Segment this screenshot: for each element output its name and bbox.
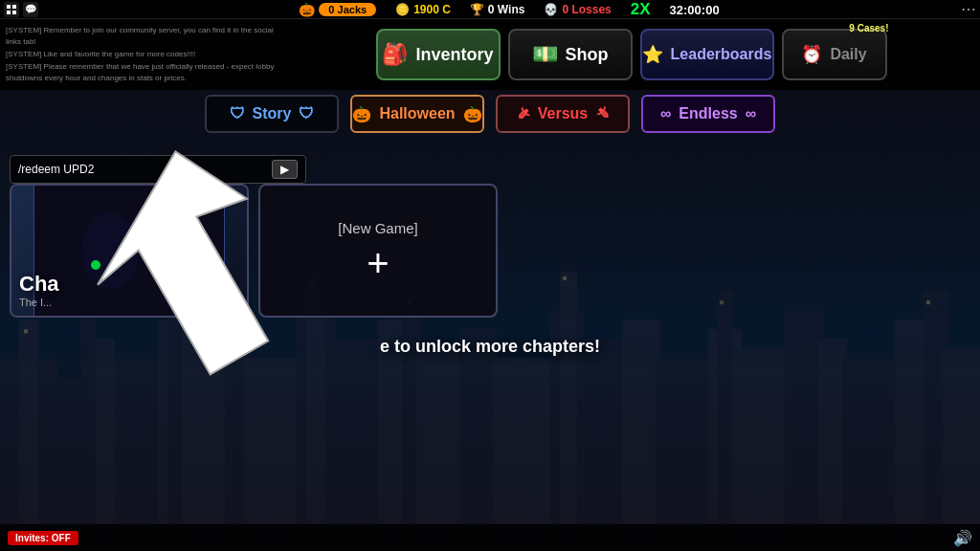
sword-left-icon: 🗡 — [511, 102, 534, 125]
coins-value: 1900 C — [413, 3, 451, 16]
halloween-tab[interactable]: 🎃 Halloween 🎃 — [350, 95, 484, 133]
chat-area: ▶ — [10, 155, 306, 184]
command-input[interactable] — [18, 163, 264, 176]
header: 💬 🎃 0 Jacks 🪙 1900 C 🏆 0 Wins 💀 0 Losses — [0, 0, 980, 90]
nav-buttons: 🎒 Inventory 💵 Shop ⭐ Leaderboards ⏰ Dail… — [282, 19, 980, 90]
cards-area: Cha The I... [New Game] + — [10, 184, 498, 318]
trophy-icon: 🏆 — [470, 3, 484, 16]
window-controls-row: 💬 🎃 0 Jacks 🪙 1900 C 🏆 0 Wins 💀 0 Losses — [0, 0, 980, 19]
system-msg-2: [SYSTEM] Like and favorite the game for … — [6, 49, 277, 60]
volume-icon[interactable]: 🔊 — [953, 529, 972, 547]
story-tab[interactable]: 🛡 Story 🛡 — [205, 95, 339, 133]
timer-stat: 32:00:00 — [670, 1, 720, 18]
unlock-text: e to unlock more chapters! — [0, 337, 980, 357]
system-messages: [SYSTEM] Remember to join our community … — [0, 21, 282, 88]
timer-value: 32:00:00 — [670, 3, 720, 17]
shop-icon: 💵 — [532, 42, 558, 67]
jacks-value: 0 Jacks — [319, 3, 376, 16]
multiplier-stat: 2X — [631, 0, 651, 19]
coin-icon: 🪙 — [395, 3, 410, 16]
roblox-logo-btn[interactable] — [4, 2, 19, 17]
jacks-stat: 🎃 0 Jacks — [299, 2, 376, 17]
new-game-plus: + — [367, 244, 389, 282]
endless-label: Endless — [679, 105, 737, 122]
coins-stat: 🪙 1900 C — [395, 3, 451, 16]
multiplier-value: 2X — [631, 0, 651, 18]
shield-right-icon: 🛡 — [299, 105, 314, 122]
cases-badge: 9 Cases! — [849, 23, 888, 33]
mode-tabs-row: 🛡 Story 🛡 🎃 Halloween 🎃 🗡 Versus 🗡 ∞ End… — [0, 90, 980, 138]
skull-icon: 💀 — [544, 3, 558, 16]
svg-rect-42 — [12, 5, 16, 9]
daily-button[interactable]: ⏰ Daily 9 Cases! — [782, 29, 887, 80]
inventory-button[interactable]: 🎒 Inventory — [376, 29, 501, 80]
new-game-card[interactable]: [New Game] + — [258, 184, 498, 318]
chapter-subtitle: The I... — [19, 297, 239, 308]
shield-left-icon: 🛡 — [230, 105, 245, 122]
halloween-left-icon: 🎃 — [352, 105, 371, 123]
infinity-left-icon: ∞ — [660, 105, 671, 122]
chapter-title: Cha — [19, 272, 239, 297]
star-icon: ⭐ — [642, 44, 663, 65]
chapter-card-1[interactable]: Cha The I... — [10, 184, 249, 318]
invites-badge[interactable]: Invites: OFF — [8, 531, 78, 545]
new-game-label: [New Game] — [338, 220, 417, 236]
inventory-icon: 🎒 — [382, 42, 408, 67]
more-options-btn[interactable]: ⋯ — [961, 0, 976, 18]
losses-value: 0 Losses — [562, 3, 611, 16]
chapter-card-content: Cha The I... — [11, 186, 247, 316]
endless-tab[interactable]: ∞ Endless ∞ — [641, 95, 775, 133]
chat-icon-btn[interactable]: 💬 — [23, 2, 38, 17]
header-nav-row: [SYSTEM] Remember to join our community … — [0, 19, 980, 90]
versus-tab[interactable]: 🗡 Versus 🗡 — [496, 95, 630, 133]
losses-stat: 💀 0 Losses — [544, 3, 611, 16]
wins-stat: 🏆 0 Wins — [470, 3, 525, 16]
alarm-icon: ⏰ — [801, 44, 822, 65]
halloween-label: Halloween — [379, 105, 455, 122]
halloween-right-icon: 🎃 — [463, 105, 482, 123]
daily-label: Daily — [830, 46, 866, 63]
versus-label: Versus — [538, 105, 588, 122]
infinity-right-icon: ∞ — [746, 105, 756, 122]
leaderboards-label: Leaderboards — [671, 46, 772, 63]
leaderboards-button[interactable]: ⭐ Leaderboards — [640, 29, 774, 80]
shop-button[interactable]: 💵 Shop — [508, 29, 633, 80]
sword-right-icon: 🗡 — [591, 102, 614, 125]
story-label: Story — [253, 105, 292, 122]
system-msg-3: [SYSTEM] Please remember that we have ju… — [6, 61, 277, 84]
shop-label: Shop — [566, 45, 609, 65]
svg-rect-44 — [12, 11, 16, 14]
bottom-bar: Invites: OFF 🔊 — [0, 524, 980, 551]
system-msg-1: [SYSTEM] Remember to join our community … — [6, 25, 277, 48]
pumpkin-icon: 🎃 — [299, 2, 315, 17]
command-submit-button[interactable]: ▶ — [272, 160, 298, 179]
command-input-container: ▶ — [10, 155, 306, 184]
main-content: ▶ Cha The I... — [0, 88, 980, 522]
svg-rect-43 — [7, 11, 11, 14]
svg-rect-41 — [7, 5, 11, 9]
wins-value: 0 Wins — [488, 3, 525, 16]
inventory-label: Inventory — [415, 45, 493, 65]
